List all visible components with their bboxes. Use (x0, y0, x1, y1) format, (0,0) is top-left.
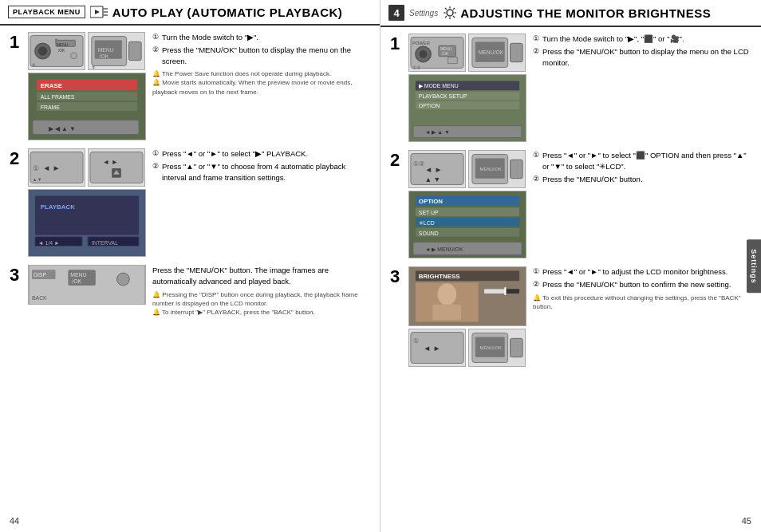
svg-text:ALL FRAMES: ALL FRAMES (41, 94, 75, 100)
svg-point-106 (438, 283, 457, 305)
step-3-images: DISP MENU /OK BACK (28, 265, 146, 307)
svg-text:▲ ▼: ▲ ▼ (424, 175, 440, 183)
svg-text:/OK: /OK (100, 53, 109, 59)
svg-point-7 (38, 46, 48, 56)
svg-text:◄ ►: ◄ ► (43, 164, 61, 172)
step-1-right-text: Turn the Mode switch to "▶", "⬛" or "🎥".… (533, 33, 751, 69)
screen-menu-1: ERASE ALL FRAMES FRAME ▶ ◀ ▲ ▼ (28, 73, 146, 140)
cam-r1-side: MENU/OK (468, 33, 526, 72)
svg-text:◄ ►: ◄ ► (424, 344, 441, 353)
svg-text:◄ ▶ MENU/OK: ◄ ▶ MENU/OK (425, 246, 463, 252)
step-3-right-notes: 🔔 To exit this procedure without changin… (533, 294, 751, 311)
step-1-right-inst-1: Turn the Mode switch to "▶", "⬛" or "🎥". (533, 33, 751, 45)
page-number-right: 45 (742, 516, 751, 526)
screen-r2-option: OPTION SET UP ✳LCD SOUND ◄ ▶ MENU/OK (408, 191, 526, 258)
svg-rect-38 (35, 195, 139, 234)
step-3-right-text: Press "◄" or "►" to adjust the LCD monit… (533, 266, 751, 311)
svg-text:▲▼: ▲▼ (33, 178, 42, 183)
step-2-right-inst-2: Press the "MENU/OK" button. (533, 174, 751, 185)
cam-arrows-2: ◄ ► (88, 148, 145, 187)
svg-text:PLAYBACK: PLAYBACK (41, 203, 75, 211)
step-2-left: 2 ① ◄ ► ▲▼ ◄ ► (10, 148, 370, 257)
svg-point-52 (447, 10, 453, 16)
step-3-notes: 🔔 Pressing the "DISP" button once during… (152, 290, 370, 317)
svg-text:/OK: /OK (72, 278, 81, 284)
svg-line-59 (453, 8, 455, 10)
page-right: 4 Settings ADJUSTING THE MONITOR BRIGHTN… (380, 0, 761, 532)
screen-brightness: BRIGHTNESS (408, 266, 526, 326)
svg-line-57 (445, 8, 447, 10)
svg-text:FRAME: FRAME (41, 104, 61, 110)
section-label: Settings (409, 9, 438, 18)
svg-line-60 (445, 16, 447, 18)
cam-r2-2: MENU/OK (468, 150, 526, 188)
settings-sidebar-tab: Settings (747, 239, 761, 294)
svg-rect-110 (504, 287, 506, 295)
step-2-right-images: ①② ◄ ► ▲ ▼ MENU/OK (408, 150, 526, 258)
svg-point-50 (116, 273, 129, 286)
step-1-right: 1 POWER MENU /OK ①② (390, 33, 751, 142)
step-1-images: MENU /OK ① MENU (28, 32, 146, 140)
step-number-1-right: 1 (390, 35, 404, 53)
page-number-left: 44 (10, 516, 19, 526)
step-number-2-right: 2 (390, 152, 404, 169)
svg-rect-115 (511, 338, 523, 357)
step-1-notes: 🔔 The Power Save function does not opera… (152, 69, 370, 97)
cam-r3-2: MENU/OK (468, 329, 526, 367)
svg-text:▶ ◀ ▲ ▼: ▶ ◀ ▲ ▼ (49, 125, 76, 132)
svg-text:/OK: /OK (58, 49, 65, 53)
step-2-inst-1: Press "◄" or "►" to select "▶" PLAYBACK. (152, 148, 370, 160)
screen-playback: PLAYBACK ◄ 1/4 ► INTERVAL (28, 189, 146, 257)
svg-text:◄ ▶ ▲ ▼: ◄ ▶ ▲ ▼ (425, 129, 450, 135)
svg-rect-107 (433, 305, 462, 321)
step-2-right: 2 ①② ◄ ► ▲ ▼ (390, 150, 751, 258)
step-number-2-left: 2 (10, 150, 24, 167)
svg-rect-68 (448, 57, 458, 64)
step-1-left: 1 MENU /OK ① (10, 32, 370, 140)
svg-text:BRIGHTNESS: BRIGHTNESS (419, 273, 460, 280)
cam-disp: DISP MENU /OK BACK (28, 265, 146, 305)
svg-text:①②: ①② (413, 160, 424, 167)
svg-text:▶ MODE MENU: ▶ MODE MENU (419, 83, 459, 89)
svg-text:MENU: MENU (98, 47, 114, 53)
playback-menu-badge: PLAYBACK MENU (8, 6, 85, 18)
section-number: 4 (388, 5, 404, 21)
step-number-3-right: 3 (390, 268, 404, 286)
svg-text:INTERVAL: INTERVAL (92, 240, 118, 246)
left-header: PLAYBACK MENU AUTO PLAY (AUTOMATIC PLAYB… (0, 0, 380, 26)
svg-text:SOUND: SOUND (419, 231, 439, 236)
step-2-right-text: Press "◄" or "►" to select "⬛" OPTION an… (533, 150, 751, 186)
svg-text:MENU/OK: MENU/OK (480, 345, 502, 350)
step-1-inst-1: Turn the Mode switch to "▶". (152, 32, 370, 43)
cam-top-view-1: MENU /OK ① (28, 32, 85, 70)
svg-marker-1 (95, 10, 100, 14)
svg-text:POWER: POWER (412, 41, 430, 45)
cam-arrows-1: ① ◄ ► ▲▼ (28, 148, 85, 187)
right-content: 1 POWER MENU /OK ①② (380, 33, 761, 367)
left-header-title: AUTO PLAY (AUTOMATIC PLAYBACK) (112, 6, 343, 19)
svg-rect-88 (511, 160, 523, 178)
svg-text:MENU/OK: MENU/OK (480, 167, 502, 171)
svg-line-58 (453, 16, 455, 18)
cam-r3-1: ① ◄ ► (408, 329, 466, 367)
svg-rect-33 (90, 152, 143, 183)
step-3-right-images: BRIGHTNESS (408, 266, 526, 367)
sun-brightness-icon (443, 6, 457, 20)
svg-text:ERASE: ERASE (41, 82, 62, 89)
step-2-right-inst-1: Press "◄" or "►" to select "⬛" OPTION an… (533, 150, 751, 172)
svg-text:✳LCD: ✳LCD (419, 220, 435, 226)
svg-text:/OK: /OK (442, 52, 449, 56)
right-header-title: ADJUSTING THE MONITOR BRIGHTNESS (460, 6, 711, 20)
svg-text:OPTION: OPTION (419, 198, 444, 205)
step-3-right: 3 BRIGHTNESS (390, 266, 751, 367)
step-1-inst-2: Press the "MENU/OK" button to display th… (152, 45, 370, 67)
svg-text:◄ ►: ◄ ► (103, 158, 119, 166)
step-2-text-left: Press "◄" or "►" to select "▶" PLAYBACK.… (152, 148, 370, 184)
svg-text:①: ① (413, 337, 419, 345)
right-header: 4 Settings ADJUSTING THE MONITOR BRIGHTN… (380, 0, 761, 27)
step-1-text-left: Turn the Mode switch to "▶". Press the "… (152, 32, 370, 97)
svg-text:①②: ①② (412, 65, 420, 70)
svg-point-64 (420, 50, 428, 58)
svg-text:MENU: MENU (440, 47, 452, 51)
step-3-inst: Press the "MENU/OK" button. The image fr… (152, 265, 370, 287)
